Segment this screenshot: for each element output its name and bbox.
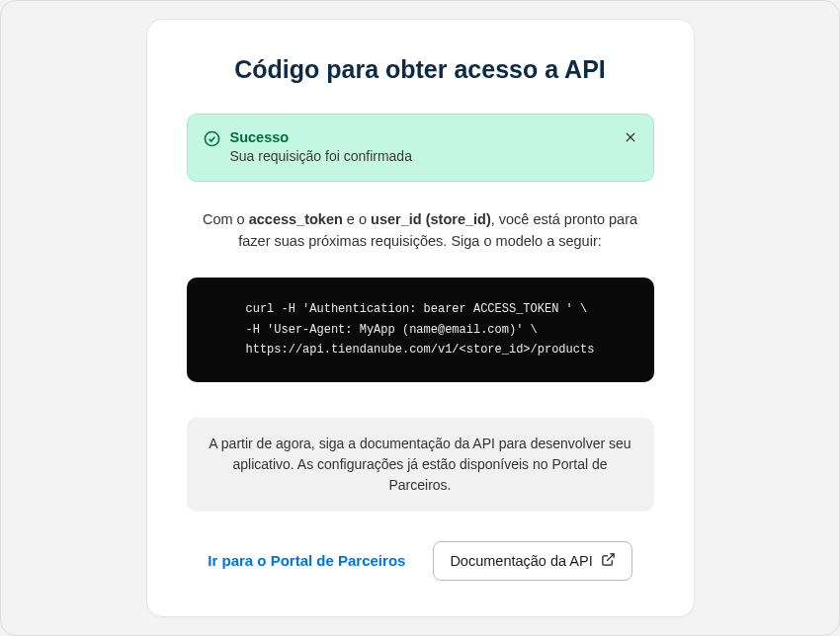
close-icon[interactable]: [624, 130, 637, 148]
page-title: Código para obter acesso a API: [187, 55, 654, 84]
svg-point-0: [205, 132, 218, 146]
check-circle-icon: [204, 130, 220, 151]
description-text: Com o access_token e o user_id (store_id…: [187, 209, 654, 253]
portal-link[interactable]: Ir para o Portal de Parceiros: [208, 552, 405, 569]
docs-button[interactable]: Documentação da API: [433, 541, 631, 581]
alert-title: Sucesso: [230, 128, 614, 147]
desc-bold-user-id: user_id (store_id): [371, 211, 491, 227]
desc-bold-access-token: access_token: [249, 211, 343, 227]
info-box: A partir de agora, siga a documentação d…: [187, 418, 654, 512]
svg-line-3: [607, 553, 614, 560]
desc-mid: e o: [343, 211, 371, 227]
alert-content: Sucesso Sua requisição foi confirmada: [230, 128, 614, 166]
success-alert: Sucesso Sua requisição foi confirmada: [187, 114, 654, 181]
alert-message: Sua requisição foi confirmada: [230, 147, 614, 167]
docs-button-label: Documentação da API: [450, 553, 592, 569]
api-access-card: Código para obter acesso a API Sucesso S…: [146, 19, 695, 616]
desc-prefix: Com o: [203, 211, 249, 227]
code-sample: curl -H 'Authentication: bearer ACCESS_T…: [187, 278, 654, 381]
external-link-icon: [601, 552, 616, 570]
actions-row: Ir para o Portal de Parceiros Documentaç…: [187, 541, 654, 581]
